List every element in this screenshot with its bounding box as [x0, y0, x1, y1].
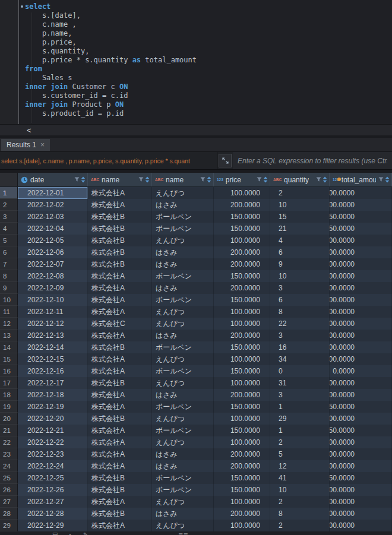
cell[interactable]: 株式会社A	[88, 448, 152, 460]
cell[interactable]: 6	[270, 294, 330, 306]
filter-icon[interactable]	[257, 177, 262, 182]
row-number[interactable]: 6	[0, 246, 18, 258]
sort-icon[interactable]	[207, 176, 211, 183]
cell[interactable]: ボールペン	[152, 211, 214, 223]
cell[interactable]: ボールペン	[152, 270, 214, 282]
cell[interactable]: 1	[270, 401, 330, 413]
cell[interactable]: 10	[270, 270, 330, 282]
cell[interactable]: 200.0000	[214, 330, 270, 341]
cell[interactable]: 150.0000	[214, 294, 270, 306]
cell[interactable]: ボールペン	[152, 401, 214, 413]
cell[interactable]: 株式会社A	[88, 187, 152, 199]
cell[interactable]: 1500.0000	[330, 270, 392, 282]
expand-filter-button[interactable]	[219, 154, 232, 167]
row-number[interactable]: 27	[0, 496, 18, 508]
row-number[interactable]: 29	[0, 520, 18, 531]
cell[interactable]: 9	[270, 258, 330, 270]
row-number[interactable]: 4	[0, 223, 18, 235]
cell[interactable]: 2022-12-13	[18, 330, 88, 341]
cell[interactable]: 100.0000	[214, 187, 270, 199]
cell[interactable]: 2	[270, 496, 330, 508]
cell[interactable]: 株式会社B	[88, 413, 152, 425]
cell[interactable]: 株式会社A	[88, 330, 152, 341]
cell[interactable]: 150.0000	[214, 484, 270, 496]
cell[interactable]: ボールペン	[152, 484, 214, 496]
row-number[interactable]: 15	[0, 353, 18, 365]
cell[interactable]: 100.0000	[214, 413, 270, 425]
cell[interactable]: 150.0000	[214, 365, 270, 377]
column-header-price-3[interactable]: 123price	[214, 173, 270, 186]
cell[interactable]: 34	[270, 353, 330, 365]
cell[interactable]: 12	[270, 460, 330, 472]
row-number[interactable]: 20	[0, 413, 18, 425]
cell[interactable]: 1000.0000	[330, 448, 392, 460]
row-number[interactable]: 17	[0, 377, 18, 389]
cell[interactable]: 600.0000	[330, 330, 392, 341]
cell[interactable]: 3100.0000	[330, 377, 392, 389]
cell[interactable]: えんぴつ	[152, 436, 214, 448]
cell[interactable]: 株式会社A	[88, 270, 152, 282]
cell[interactable]: 株式会社B	[88, 472, 152, 484]
cell[interactable]: 2022-12-29	[18, 520, 88, 531]
cell[interactable]: 2000.0000	[330, 199, 392, 211]
cell[interactable]: 株式会社A	[88, 199, 152, 211]
editor-horizontal-scrollbar[interactable]: <	[0, 124, 392, 135]
row-number[interactable]: 28	[0, 508, 18, 520]
cell[interactable]: 株式会社A	[88, 282, 152, 294]
cell[interactable]: 2022-12-15	[18, 353, 88, 365]
cell[interactable]: 株式会社C	[88, 318, 152, 330]
cell[interactable]: 株式会社A	[88, 401, 152, 413]
cell[interactable]: えんぴつ	[152, 235, 214, 246]
cell[interactable]: 株式会社A	[88, 294, 152, 306]
cell[interactable]: はさみ	[152, 258, 214, 270]
cell[interactable]: 150.0000	[214, 211, 270, 223]
cell[interactable]: 200.0000	[214, 282, 270, 294]
cell[interactable]: 2022-12-21	[18, 425, 88, 436]
cell[interactable]: 1600.0000	[330, 508, 392, 520]
cell[interactable]: 2022-12-10	[18, 294, 88, 306]
cell[interactable]: ボールペン	[152, 365, 214, 377]
row-number[interactable]: 11	[0, 306, 18, 318]
cell[interactable]: 株式会社A	[88, 353, 152, 365]
cell[interactable]: 株式会社B	[88, 223, 152, 235]
cell[interactable]: 株式会社B	[88, 258, 152, 270]
cell[interactable]: 8	[270, 306, 330, 318]
cell[interactable]: 100.0000	[214, 520, 270, 531]
column-header-date-0[interactable]: date	[18, 173, 88, 186]
cell[interactable]: 2022-12-18	[18, 389, 88, 401]
cell[interactable]: 15	[270, 211, 330, 223]
column-header-name-2[interactable]: ABCname	[152, 173, 214, 186]
cell[interactable]: 2022-12-28	[18, 508, 88, 520]
cell[interactable]: 29	[270, 413, 330, 425]
row-number[interactable]: 1	[0, 187, 18, 199]
grid-corner-cell[interactable]	[0, 173, 18, 186]
scroll-left-arrow-icon[interactable]: <	[27, 126, 31, 135]
row-number[interactable]: 22	[0, 436, 18, 448]
cell[interactable]: 3	[270, 282, 330, 294]
cell[interactable]: 2022-12-08	[18, 270, 88, 282]
sort-icon[interactable]	[323, 176, 327, 183]
cell[interactable]: 2400.0000	[330, 341, 392, 353]
cell[interactable]: はさみ	[152, 199, 214, 211]
cell[interactable]: 200.0000	[330, 436, 392, 448]
cell[interactable]: 31	[270, 377, 330, 389]
cell[interactable]: 株式会社B	[88, 377, 152, 389]
tab-results-1[interactable]: Results 1 ×	[1, 139, 50, 151]
cell[interactable]: 150.0000	[214, 270, 270, 282]
column-header-name-1[interactable]: ABCname	[88, 173, 152, 186]
close-icon[interactable]: ×	[40, 141, 45, 148]
cell[interactable]: 2022-12-04	[18, 223, 88, 235]
cell[interactable]: 2	[270, 436, 330, 448]
cell[interactable]: はさみ	[152, 389, 214, 401]
cell[interactable]: 6	[270, 246, 330, 258]
row-number[interactable]: 23	[0, 448, 18, 460]
cell[interactable]: 2022-12-02	[18, 199, 88, 211]
cell[interactable]: 株式会社B	[88, 235, 152, 246]
filter-icon[interactable]	[138, 177, 144, 182]
cell[interactable]: 0	[270, 365, 330, 377]
cell[interactable]: 2022-12-11	[18, 306, 88, 318]
sql-editor[interactable]: select s.[date], c.name , p.name, p.pric…	[0, 0, 392, 124]
cell[interactable]: ボールペン	[152, 223, 214, 235]
cell[interactable]: 200.0000	[214, 246, 270, 258]
cell[interactable]: 150.0000	[214, 223, 270, 235]
